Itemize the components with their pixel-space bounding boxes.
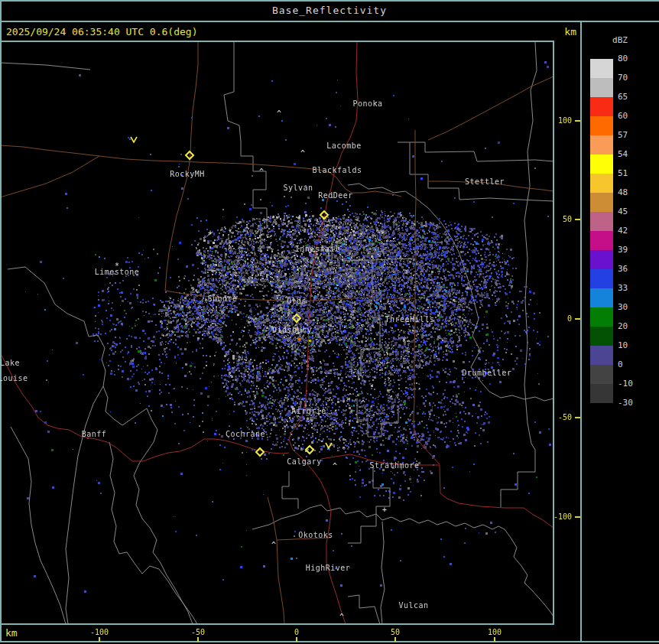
colorbar-tick-label: 65 (618, 93, 628, 102)
page-title: Base_Reflectivity (0, 5, 659, 16)
colorbar-tick-label: 48 (618, 188, 628, 197)
colorbar-tick-label: 36 (618, 265, 628, 274)
colorbar-tick-label: 30 (618, 303, 628, 312)
radar-app-window: **^^^^^^^^++++ Base_Reflectivity 2025/09… (0, 0, 659, 644)
colorbar-tick-label: -30 (618, 398, 633, 408)
colorbar-swatch (590, 135, 613, 154)
bottom-axis-tick-label: 100 (488, 628, 502, 637)
colorbar-swatch (590, 250, 613, 269)
window-border-top (0, 0, 659, 2)
point-marker-icon: ^ (259, 168, 264, 176)
colorbar-tick-label: 42 (618, 226, 628, 236)
window-border-left (0, 0, 2, 642)
colorbar-tick-label: 45 (618, 207, 628, 216)
right-axis-tick-label: 0 (567, 314, 572, 324)
scan-timestamp: 2025/09/24 06:35:40 UTC 0.6(deg) (6, 26, 197, 37)
right-axis-tick-label: 100 (558, 116, 572, 125)
colorbar-swatch (590, 327, 613, 346)
colorbar-tick-label: 54 (618, 150, 628, 159)
map-boundary-and-road-lines (2, 42, 553, 624)
plot-border-right (553, 41, 554, 625)
colorbar-swatch (590, 97, 613, 116)
colorbar-swatch (590, 346, 613, 365)
colorbar-tick-label: 60 (618, 112, 628, 121)
right-axis-tick-label: -50 (558, 413, 572, 422)
right-axis-tick-label: -100 (553, 512, 572, 522)
point-marker-icon: + (208, 229, 213, 237)
point-marker-icon: * (381, 229, 385, 238)
right-axis-tick-mark (575, 318, 580, 320)
point-marker-icon: ^ (300, 149, 305, 158)
point-marker-icon: ^ (333, 462, 337, 470)
point-marker-icon: + (270, 305, 274, 314)
radar-site-diamond-icon (293, 314, 300, 322)
right-axis-tick-label: 50 (563, 215, 572, 224)
colorbar-tick-label: -10 (618, 379, 633, 389)
point-marker-icon: + (466, 284, 470, 292)
colorbar-swatch (590, 212, 613, 231)
bottom-axis-tick-label: 0 (294, 628, 299, 637)
colorbar-tick-label: 39 (618, 246, 628, 255)
map-markers: **^^^^^^^^++++ (115, 109, 470, 621)
right-axis-tick-mark (575, 120, 580, 122)
colorbar-tick-label: 57 (618, 131, 628, 140)
point-marker-icon: ^ (339, 613, 344, 621)
point-marker-icon: + (382, 506, 387, 514)
right-axis-tick-mark (575, 417, 580, 418)
colorbar-swatch (590, 193, 613, 212)
bottom-axis-tick-label: -50 (191, 628, 205, 637)
window-border-bottom (0, 641, 659, 642)
titlebar-separator (0, 21, 659, 22)
map-overlay-svg: **^^^^^^^^++++ (2, 42, 553, 624)
colorbar-swatch (590, 154, 613, 174)
right-axis-unit-label: km (553, 26, 576, 37)
colorbar-swatch (590, 288, 613, 307)
colorbar-tick-label: 10 (618, 341, 628, 350)
colorbar-tick-label: 20 (618, 322, 628, 331)
colorbar-swatch (590, 307, 613, 327)
colorbar-tick-label: 33 (618, 284, 628, 293)
point-marker-icon: * (115, 262, 119, 270)
plot-border-bottom (0, 623, 554, 625)
colorbar-panel-divider (580, 21, 582, 641)
colorbar-tick-label: 51 (618, 169, 628, 178)
colorbar-swatch (590, 365, 613, 384)
right-axis-tick-mark (575, 219, 580, 220)
colorbar-swatch (590, 231, 613, 250)
colorbar-swatch (590, 78, 613, 97)
point-marker-icon: ^ (271, 541, 276, 549)
arrow-down-icon (131, 137, 137, 142)
radar-site-diamond-icon (306, 446, 313, 454)
colorbar-tick-label: 70 (618, 73, 628, 83)
colorbar-swatch (590, 59, 613, 78)
bottom-axis-tick-label: 50 (391, 628, 400, 637)
bottom-axis-unit-label: km (5, 627, 18, 639)
colorbar-swatch (590, 384, 613, 403)
colorbar-tick-label: 80 (618, 54, 628, 63)
colorbar-swatch (590, 174, 613, 193)
colorbar-title: dBZ (581, 35, 659, 45)
plot-border-top (0, 41, 553, 42)
point-marker-icon: ^ (277, 109, 281, 118)
colorbar-swatch (590, 116, 613, 135)
radar-site-diamond-icon (256, 448, 264, 456)
arrow-down-icon (326, 443, 332, 448)
bottom-axis-tick-label: -100 (90, 628, 109, 637)
colorbar-swatch (590, 269, 613, 288)
colorbar-tick-label: 0 (618, 360, 623, 369)
point-marker-icon: ^ (303, 264, 307, 272)
right-axis-tick-mark (575, 516, 580, 518)
point-marker-icon: ^ (361, 399, 365, 408)
